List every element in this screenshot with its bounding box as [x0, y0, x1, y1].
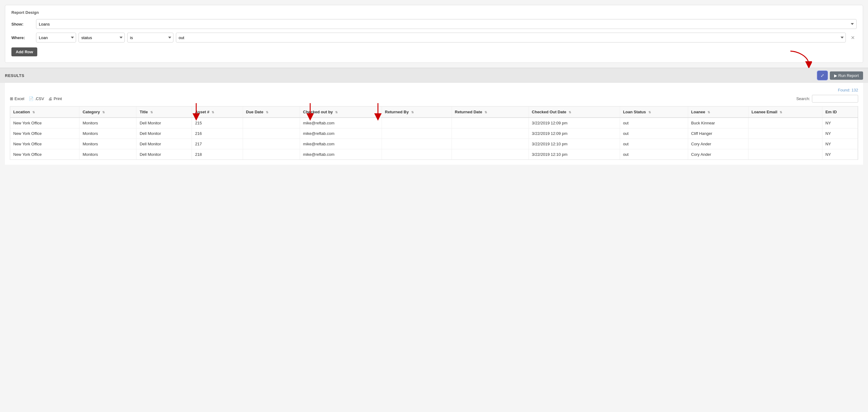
cell-returnedBy: [382, 149, 452, 160]
cell-location: New York Office: [10, 128, 80, 139]
col-checked-out-by-label: Checked out by: [303, 109, 333, 114]
cell-title: Dell Monitor: [136, 139, 192, 149]
col-asset-label: Asset #: [195, 109, 209, 114]
excel-icon: ⊞: [10, 96, 13, 101]
cell-checkedOutBy: mike@reftab.com: [300, 139, 382, 149]
col-category-sort[interactable]: ⇅: [102, 110, 105, 114]
cell-category: Monitors: [80, 118, 136, 128]
col-returned-by-sort[interactable]: ⇅: [411, 110, 414, 114]
excel-export-button[interactable]: ⊞ Excel: [10, 96, 24, 101]
csv-export-button[interactable]: 📄 .CSV: [29, 96, 44, 101]
show-select[interactable]: Loans: [36, 19, 857, 29]
cell-dueDate: [243, 128, 300, 139]
cell-title: Dell Monitor: [136, 149, 192, 160]
table-row: New York OfficeMonitorsDell Monitor217mi…: [10, 139, 858, 149]
toolbar-row: ⊞ Excel 📄 .CSV 🖨 Print Search:: [10, 95, 858, 102]
cell-location: New York Office: [10, 139, 80, 149]
table-area: Location ⇅ Category ⇅ Title ⇅ Asset #: [10, 106, 858, 160]
col-loanee-sort[interactable]: ⇅: [708, 110, 710, 114]
cell-location: New York Office: [10, 118, 80, 128]
add-row-button[interactable]: Add Row: [11, 47, 37, 56]
col-loanee-email[interactable]: Loanee Email ⇅: [748, 106, 822, 118]
show-row: Show: Loans: [11, 19, 857, 29]
col-emp-id[interactable]: Em ID: [822, 106, 858, 118]
cell-empId: NY: [822, 139, 858, 149]
cell-asset: 216: [192, 128, 243, 139]
where-row-close[interactable]: ✕: [849, 34, 857, 41]
cell-loanStatus: out: [620, 149, 688, 160]
report-design-title: Report Design: [11, 10, 857, 15]
search-label: Search:: [796, 96, 810, 101]
col-returned-by[interactable]: Returned By ⇅: [382, 106, 452, 118]
export-buttons: ⊞ Excel 📄 .CSV 🖨 Print: [10, 96, 62, 101]
col-emp-id-label: Em ID: [826, 109, 837, 114]
col-asset-sort[interactable]: ⇅: [212, 110, 214, 114]
excel-label: Excel: [14, 96, 24, 101]
cell-loanStatus: out: [620, 118, 688, 128]
csv-icon: 📄: [29, 96, 34, 101]
results-title: RESULTS: [5, 73, 24, 78]
cell-asset: 215: [192, 118, 243, 128]
col-title-label: Title: [140, 109, 148, 114]
col-category[interactable]: Category ⇅: [80, 106, 136, 118]
results-table-wrapper: Location ⇅ Category ⇅ Title ⇅ Asset #: [10, 106, 858, 160]
table-body: New York OfficeMonitorsDell Monitor215mi…: [10, 118, 858, 159]
col-checked-out-by-sort[interactable]: ⇅: [335, 110, 338, 114]
results-content: Found: 132 ⊞ Excel 📄 .CSV 🖨 Print Search…: [5, 83, 863, 165]
col-location-sort[interactable]: ⇅: [32, 110, 35, 114]
where-field2-select[interactable]: status: [79, 33, 125, 42]
cell-checkedOutBy: mike@reftab.com: [300, 118, 382, 128]
cell-loaneeEmail: [748, 128, 822, 139]
cell-checkedOutDate: 3/22/2019 12:09 pm: [529, 128, 620, 139]
col-location[interactable]: Location ⇅: [10, 106, 80, 118]
cell-loanee: Buck Kinnear: [688, 118, 748, 128]
col-location-label: Location: [13, 109, 30, 114]
csv-label: .CSV: [35, 96, 44, 101]
search-row: Search:: [796, 95, 858, 102]
where-field3-select[interactable]: is: [127, 33, 174, 42]
cell-category: Monitors: [80, 139, 136, 149]
col-loanee[interactable]: Loanee ⇅: [688, 106, 748, 118]
cell-empId: NY: [822, 128, 858, 139]
where-row: Where: Loan status is out ✕: [11, 33, 857, 42]
cell-returnedBy: [382, 118, 452, 128]
col-loan-status-sort[interactable]: ⇅: [648, 110, 651, 114]
cell-category: Monitors: [80, 149, 136, 160]
cell-returnedDate: [452, 149, 529, 160]
cell-checkedOutDate: 3/22/2019 12:10 pm: [529, 139, 620, 149]
cell-dueDate: [243, 118, 300, 128]
table-row: New York OfficeMonitorsDell Monitor218mi…: [10, 149, 858, 160]
expand-button[interactable]: ⤢: [817, 71, 827, 80]
col-title-sort[interactable]: ⇅: [150, 110, 153, 114]
col-asset[interactable]: Asset # ⇅: [192, 106, 243, 118]
col-title[interactable]: Title ⇅: [136, 106, 192, 118]
cell-asset: 218: [192, 149, 243, 160]
search-input[interactable]: [812, 95, 858, 102]
run-report-button[interactable]: ▶ Run Report: [830, 71, 863, 80]
col-loan-status[interactable]: Loan Status ⇅: [620, 106, 688, 118]
col-due-date[interactable]: Due Date ⇅: [243, 106, 300, 118]
col-checked-out-date-sort[interactable]: ⇅: [568, 110, 571, 114]
cell-loanee: Cliff Hanger: [688, 128, 748, 139]
col-loanee-email-sort[interactable]: ⇅: [780, 110, 782, 114]
cell-checkedOutBy: mike@reftab.com: [300, 149, 382, 160]
table-row: New York OfficeMonitorsDell Monitor216mi…: [10, 128, 858, 139]
col-checked-out-date[interactable]: Checked Out Date ⇅: [529, 106, 620, 118]
cell-category: Monitors: [80, 128, 136, 139]
col-checked-out-by[interactable]: Checked out by ⇅: [300, 106, 382, 118]
col-returned-by-label: Returned By: [385, 109, 409, 114]
cell-loaneeEmail: [748, 149, 822, 160]
cell-checkedOutBy: mike@reftab.com: [300, 128, 382, 139]
results-table: Location ⇅ Category ⇅ Title ⇅ Asset #: [10, 106, 858, 159]
cell-loaneeEmail: [748, 118, 822, 128]
col-returned-date[interactable]: Returned Date ⇅: [452, 106, 529, 118]
table-row: New York OfficeMonitorsDell Monitor215mi…: [10, 118, 858, 128]
cell-loanee: Cory Ander: [688, 139, 748, 149]
cell-returnedDate: [452, 128, 529, 139]
where-field4-select[interactable]: out: [176, 33, 846, 42]
col-due-date-sort[interactable]: ⇅: [266, 110, 268, 114]
cell-returnedDate: [452, 118, 529, 128]
col-returned-date-sort[interactable]: ⇅: [485, 110, 487, 114]
where-field1-select[interactable]: Loan: [36, 33, 76, 42]
print-button[interactable]: 🖨 Print: [49, 96, 62, 101]
